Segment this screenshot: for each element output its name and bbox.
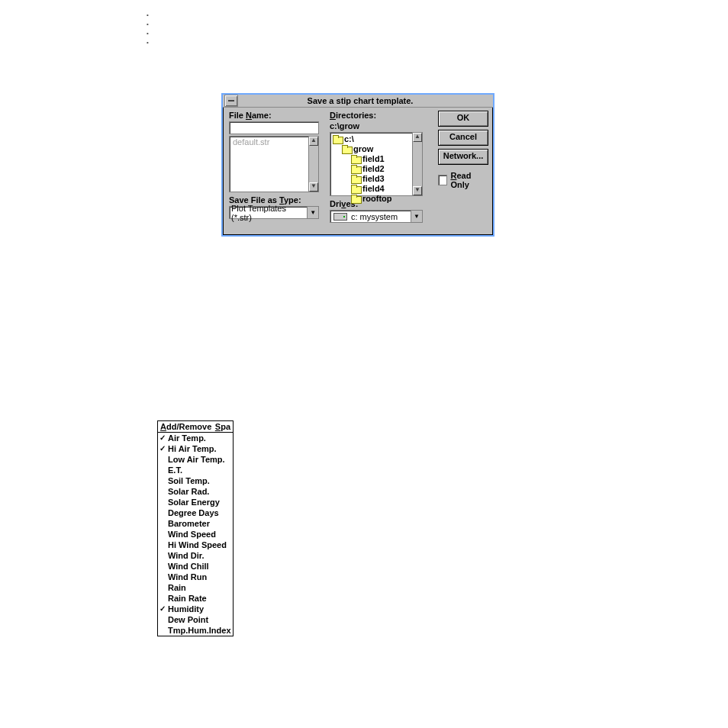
menu-item[interactable]: E.T. xyxy=(158,465,233,475)
scroll-down-icon[interactable]: ▼ xyxy=(309,182,318,192)
scroll-down-icon[interactable]: ▼ xyxy=(413,186,422,195)
readonly-label: Read Only xyxy=(450,171,487,189)
menu-item[interactable]: Solar Rad. xyxy=(158,486,233,497)
dir-child[interactable]: field4 xyxy=(331,183,421,193)
folder-open-icon xyxy=(333,135,342,143)
file-list-scrollbar[interactable]: ▲ ▼ xyxy=(308,137,318,192)
menu-item[interactable]: Humidity xyxy=(158,604,233,614)
dir-child[interactable]: field2 xyxy=(331,163,421,173)
menu-header-left: Add/Remove xyxy=(160,422,211,431)
dir-grow[interactable]: grow xyxy=(331,143,421,153)
menu-item[interactable]: Wind Run xyxy=(158,572,233,582)
combo-drop-icon[interactable]: ▼ xyxy=(307,207,318,218)
menu-item[interactable]: Soil Temp. xyxy=(158,475,233,486)
menu-item[interactable]: Solar Energy xyxy=(158,497,233,507)
combo-drop-icon[interactable]: ▼ xyxy=(411,211,422,222)
folder-closed-icon xyxy=(351,185,360,192)
menu-item[interactable]: Wind Chill xyxy=(158,561,233,572)
menu-item[interactable]: Air Temp. xyxy=(158,433,233,443)
save-type-value: Plot Templates (*.str) xyxy=(230,204,307,222)
bullet-list xyxy=(147,11,149,47)
dir-root[interactable]: c:\ xyxy=(331,134,421,143)
directory-tree[interactable]: c:\ grow field1 field2 field3 field4 roo… xyxy=(330,132,423,196)
folder-closed-icon xyxy=(351,165,360,172)
menu-item[interactable]: Rain Rate xyxy=(158,593,233,604)
menu-item[interactable]: Hi Wind Speed xyxy=(158,540,233,550)
filename-label: File Name: xyxy=(229,111,321,120)
dialog-title: Save a stip chart template. xyxy=(240,96,493,105)
scroll-up-icon[interactable]: ▲ xyxy=(309,137,318,146)
drives-value: c: mysystem xyxy=(350,212,398,221)
filename-input[interactable] xyxy=(229,121,319,134)
folder-closed-icon xyxy=(351,175,360,182)
dir-child[interactable]: rooftop xyxy=(331,193,421,203)
cancel-button[interactable]: Cancel xyxy=(438,130,488,146)
folder-closed-icon xyxy=(351,155,360,163)
menu-item[interactable]: Barometer xyxy=(158,518,233,529)
drives-combo[interactable]: c: mysystem ▼ xyxy=(330,210,423,223)
menu-item[interactable]: Wind Dir. xyxy=(158,550,233,561)
menu-item[interactable]: Wind Speed xyxy=(158,529,233,540)
file-listbox[interactable]: default.str ▲ ▼ xyxy=(229,136,319,192)
menu-item[interactable]: Tmp.Hum.Index xyxy=(158,625,233,636)
menu-item[interactable]: Dew Point xyxy=(158,614,233,625)
menu-item[interactable]: Low Air Temp. xyxy=(158,454,233,465)
titlebar[interactable]: Save a stip chart template. xyxy=(223,95,493,108)
folder-open-icon xyxy=(342,145,351,153)
save-dialog: Save a stip chart template. File Name: d… xyxy=(221,93,494,237)
ok-button[interactable]: OK xyxy=(438,111,488,127)
menu-header-right: Spa xyxy=(215,422,230,431)
dir-child[interactable]: field3 xyxy=(331,173,421,183)
folder-closed-icon xyxy=(351,195,360,202)
network-button[interactable]: Network... xyxy=(438,149,488,165)
system-menu-icon[interactable] xyxy=(224,95,238,107)
current-directory: c:\grow xyxy=(330,121,424,130)
scroll-up-icon[interactable]: ▲ xyxy=(413,133,422,142)
menu-item[interactable]: Degree Days xyxy=(158,507,233,518)
menu-header[interactable]: Add/Remove Spa xyxy=(158,421,233,433)
add-remove-menu: Add/Remove Spa Air Temp.Hi Air Temp.Low … xyxy=(157,420,234,636)
dir-scrollbar[interactable]: ▲ ▼ xyxy=(412,133,422,195)
save-type-combo[interactable]: Plot Templates (*.str) ▼ xyxy=(229,206,319,219)
menu-item[interactable]: Rain xyxy=(158,582,233,593)
directories-label: Directories: xyxy=(330,111,424,120)
file-list-item: default.str xyxy=(230,137,318,147)
drive-icon xyxy=(333,213,347,221)
readonly-checkbox[interactable] xyxy=(438,175,447,185)
dir-child[interactable]: field1 xyxy=(331,153,421,163)
menu-item[interactable]: Hi Air Temp. xyxy=(158,443,233,454)
